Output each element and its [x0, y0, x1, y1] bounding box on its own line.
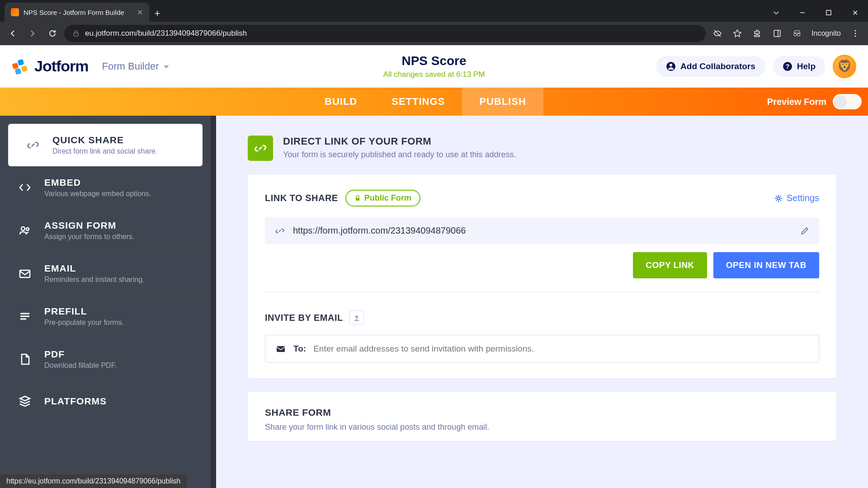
- link-share-card: LINK TO SHARE Public Form Settings https…: [248, 174, 836, 378]
- extensions-icon[interactable]: [749, 25, 765, 42]
- sidebar-item-email[interactable]: EMAILReminders and instant sharing.: [0, 252, 211, 295]
- preview-toggle[interactable]: [833, 94, 862, 109]
- sidebar-item-prefill[interactable]: PREFILLPre-populate your forms.: [0, 295, 211, 338]
- reload-button[interactable]: [44, 25, 61, 42]
- pdf-icon: [15, 350, 34, 369]
- avatar[interactable]: 🦁: [833, 55, 856, 78]
- help-icon: ?: [783, 61, 793, 71]
- share-form-card: SHARE FORM Share your form link in vario…: [248, 392, 836, 441]
- side-panel-icon[interactable]: [769, 25, 785, 42]
- svg-text:?: ?: [786, 63, 790, 70]
- svg-rect-3: [774, 30, 780, 37]
- browser-titlebar: NPS Score - Jotform Form Builde ✕ + ✕: [0, 0, 868, 22]
- minimize-icon[interactable]: [789, 4, 816, 22]
- invite-email-input[interactable]: [313, 344, 809, 354]
- logo[interactable]: Jotform: [12, 57, 89, 75]
- sidebar-item-desc: Pre-populate your forms.: [44, 319, 124, 327]
- people-icon: [15, 221, 34, 240]
- maximize-icon[interactable]: [816, 4, 842, 22]
- add-collaborators-button[interactable]: Add Collaborators: [656, 56, 765, 77]
- sidebar-item-label: EMBED: [44, 177, 151, 188]
- sidebar-item-quick-share[interactable]: QUICK SHAREDirect form link and social s…: [8, 124, 203, 166]
- forward-button[interactable]: [24, 25, 41, 42]
- svg-rect-11: [18, 59, 24, 66]
- open-new-tab-button[interactable]: OPEN IN NEW TAB: [713, 252, 819, 278]
- form-builder-label: Form Builder: [102, 61, 159, 72]
- header-center: NPS Score All changes saved at 6:13 PM: [383, 54, 485, 79]
- svg-point-19: [26, 228, 29, 230]
- sidebar-item-label: PDF: [44, 349, 117, 360]
- code-icon: [15, 178, 34, 197]
- back-button[interactable]: [5, 25, 21, 42]
- url-text: eu.jotform.com/build/231394094879066/pub…: [85, 29, 247, 38]
- site-info-icon[interactable]: [72, 30, 80, 37]
- form-builder-dropdown[interactable]: Form Builder: [102, 61, 170, 72]
- user-icon: [666, 61, 676, 71]
- tab-dropdown-icon[interactable]: [763, 4, 789, 22]
- form-url-text: https://form.jotform.com/231394094879066: [293, 225, 792, 236]
- sidebar-item-platforms[interactable]: PLATFORMS: [0, 381, 211, 422]
- tab-close-icon[interactable]: ✕: [137, 8, 143, 17]
- public-form-label: Public Form: [364, 193, 411, 203]
- mail-icon: [275, 343, 286, 354]
- new-tab-button[interactable]: +: [149, 5, 165, 22]
- sidebar-item-pdf[interactable]: PDFDownload fillable PDF.: [0, 338, 211, 381]
- svg-point-25: [777, 197, 780, 200]
- menu-icon[interactable]: [847, 25, 863, 42]
- help-button[interactable]: ? Help: [773, 56, 826, 77]
- tab-favicon-icon: [11, 8, 19, 16]
- link-icon: [248, 136, 273, 161]
- upload-icon: [353, 314, 360, 321]
- invite-email-box[interactable]: To:: [265, 335, 819, 363]
- sidebar-item-label: EMAIL: [44, 263, 144, 274]
- link-to-share-label: LINK TO SHARE: [265, 193, 338, 203]
- svg-rect-2: [74, 33, 78, 36]
- sidebar-item-desc: Direct form link and social share.: [52, 147, 157, 155]
- sidebar-item-assign-form[interactable]: ASSIGN FORMAssign your forms to others.: [0, 209, 211, 252]
- window-controls: ✕: [763, 4, 868, 22]
- prefill-icon: [15, 307, 34, 326]
- publish-sidebar: QUICK SHAREDirect form link and social s…: [0, 116, 211, 488]
- direct-link-title: DIRECT LINK OF YOUR FORM: [283, 136, 516, 147]
- share-form-title: SHARE FORM: [265, 407, 819, 418]
- upload-contacts-button[interactable]: [349, 310, 364, 325]
- copy-link-button[interactable]: COPY LINK: [633, 252, 707, 278]
- eye-off-icon[interactable]: [709, 25, 726, 42]
- add-collab-label: Add Collaborators: [680, 61, 755, 71]
- address-bar[interactable]: eu.jotform.com/build/231394094879066/pub…: [64, 25, 706, 42]
- layers-icon: [15, 392, 34, 411]
- bookmark-star-icon[interactable]: [729, 25, 745, 42]
- tab-build[interactable]: BUILD: [307, 88, 374, 116]
- status-bar: https://eu.jotform.com/build/23139409487…: [0, 474, 187, 488]
- svg-rect-10: [12, 62, 19, 69]
- app-header: Jotform Form Builder NPS Score All chang…: [0, 45, 868, 88]
- tab-settings[interactable]: SETTINGS: [374, 88, 462, 116]
- gear-icon: [774, 194, 783, 203]
- svg-rect-1: [826, 10, 831, 15]
- sidebar-item-desc: Download fillable PDF.: [44, 361, 117, 370]
- close-window-icon[interactable]: ✕: [842, 4, 868, 22]
- pencil-icon[interactable]: [800, 226, 809, 235]
- public-form-badge[interactable]: Public Form: [345, 190, 420, 206]
- mail-icon: [15, 264, 34, 283]
- browser-toolbar: eu.jotform.com/build/231394094879066/pub…: [0, 22, 868, 45]
- svg-point-5: [794, 33, 797, 36]
- form-url-box[interactable]: https://form.jotform.com/231394094879066: [265, 217, 819, 244]
- sidebar-item-label: ASSIGN FORM: [44, 220, 134, 231]
- help-label: Help: [797, 61, 816, 71]
- svg-rect-13: [15, 68, 22, 75]
- tab-publish[interactable]: PUBLISH: [462, 88, 543, 116]
- svg-rect-26: [277, 346, 285, 352]
- incognito-icon[interactable]: [789, 25, 805, 42]
- sidebar-item-embed[interactable]: EMBEDVarious webpage embed options.: [0, 166, 211, 209]
- link-settings-button[interactable]: Settings: [774, 193, 819, 203]
- svg-point-7: [855, 30, 856, 32]
- page-title[interactable]: NPS Score: [383, 54, 485, 68]
- invite-by-email-label: INVITE BY EMAIL: [265, 313, 343, 323]
- lock-icon: [354, 195, 361, 202]
- sidebar-item-desc: Various webpage embed options.: [44, 190, 151, 198]
- incognito-label: Incognito: [809, 29, 844, 38]
- sidebar-scrollbar[interactable]: [211, 116, 216, 488]
- browser-tab[interactable]: NPS Score - Jotform Form Builde ✕: [5, 3, 149, 22]
- sidebar-item-label: PLATFORMS: [44, 396, 107, 407]
